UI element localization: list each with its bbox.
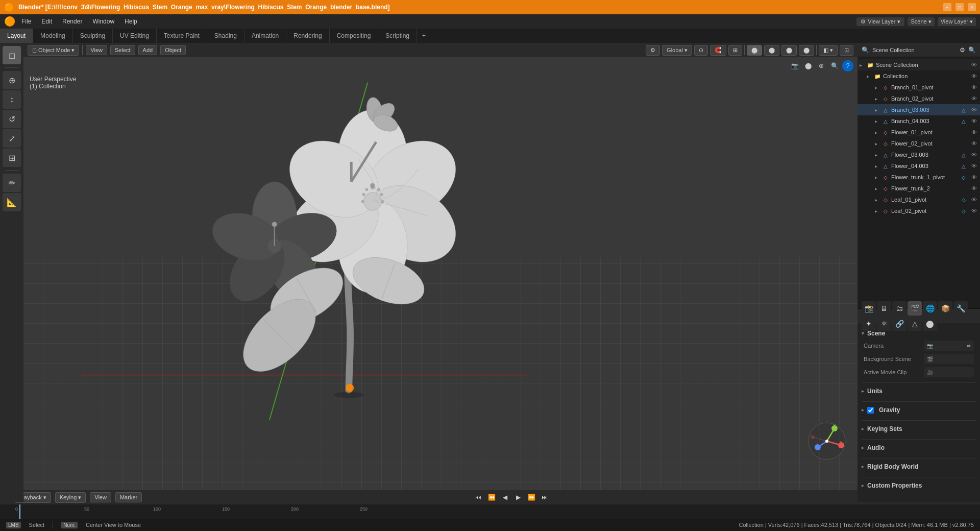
tool-scale[interactable]: ⤢: [3, 129, 21, 148]
shade-solid[interactable]: ⬤: [747, 45, 762, 56]
custom-props-header[interactable]: ▸ Custom Properties: [862, 479, 976, 492]
viewlayer-selector[interactable]: View Layer ▾: [938, 17, 976, 26]
play-button[interactable]: ▶: [513, 492, 523, 502]
collection-vis[interactable]: 👁: [970, 72, 978, 80]
tab-texture-paint[interactable]: Texture Paint: [157, 29, 207, 43]
flowertrunk1-vis[interactable]: 👁: [970, 173, 978, 181]
flower01-vis[interactable]: 👁: [970, 128, 978, 136]
play-reverse-button[interactable]: ◀: [500, 492, 510, 502]
outliner-leaf01[interactable]: ◇ Leaf_01_pivot ◇ 👁: [857, 194, 980, 205]
tab-animation[interactable]: Animation: [244, 29, 286, 43]
shade-matcap[interactable]: ⬤: [764, 45, 779, 56]
render-icon[interactable]: 📷: [789, 60, 800, 71]
select-menu[interactable]: Select: [110, 45, 135, 55]
proportional-edit[interactable]: ⊙: [694, 45, 708, 56]
scene-collection-vis[interactable]: 👁: [970, 61, 978, 69]
outliner-flower04[interactable]: △ Flower_04.003 △ 👁: [857, 160, 980, 172]
gravity-checkbox[interactable]: [867, 407, 874, 414]
units-section-header[interactable]: ▸ Units: [862, 385, 976, 397]
expand-branch03[interactable]: [875, 107, 880, 113]
outliner-scene-collection[interactable]: 📁 Scene Collection 👁: [857, 59, 980, 70]
movie-clip-value[interactable]: 🎥: [924, 367, 974, 377]
step-forward-button[interactable]: ⏩: [526, 492, 536, 502]
expand-flower01[interactable]: [875, 130, 880, 135]
tab-shading[interactable]: Shading: [207, 29, 244, 43]
rigid-body-header[interactable]: ▸ Rigid Body World: [862, 461, 976, 473]
blender-menu-logo[interactable]: 🟠: [4, 16, 15, 27]
outliner-leaf02[interactable]: ◇ Leaf_02_pivot ◇ 👁: [857, 205, 980, 216]
jump-end-button[interactable]: ⏭: [540, 492, 550, 502]
expand-branch02[interactable]: [875, 96, 880, 102]
outliner-branch02[interactable]: ◇ Branch_02_pivot 👁: [857, 93, 980, 104]
outliner-content[interactable]: 📁 Scene Collection 👁 📁 Collection 👁 ◇ Br…: [857, 57, 980, 308]
tool-measure[interactable]: 📐: [3, 193, 21, 211]
cursor-icon[interactable]: ⊕: [816, 60, 827, 71]
xray-toggle[interactable]: ⊡: [840, 45, 853, 56]
outliner-flower02[interactable]: ◇ Flower_02_pivot 👁: [857, 138, 980, 149]
keying-selector[interactable]: Keying ▾: [55, 492, 86, 503]
menu-render[interactable]: Render: [58, 16, 86, 27]
timeline-ruler[interactable]: 0 50 100 150 200 250: [0, 504, 980, 519]
props-tab-modifier[interactable]: 🔧: [953, 301, 968, 316]
outliner-flower01[interactable]: ◇ Flower_01_pivot 👁: [857, 127, 980, 138]
tab-add-button[interactable]: +: [417, 29, 431, 42]
expand-flower02[interactable]: [875, 141, 880, 147]
view-selector[interactable]: View: [90, 492, 111, 502]
audio-section-header[interactable]: ▸ Audio: [862, 442, 976, 454]
props-tab-object[interactable]: 📦: [938, 301, 952, 316]
close-button[interactable]: ×: [968, 3, 976, 11]
scene-selector[interactable]: Scene ▾: [908, 17, 934, 26]
tab-compositing[interactable]: Compositing: [330, 29, 379, 43]
gravity-section-header[interactable]: ▸ Gravity: [862, 404, 976, 416]
outliner-flower03[interactable]: △ Flower_03.003 △ 👁: [857, 149, 980, 160]
tool-cursor[interactable]: ⊕: [3, 71, 21, 89]
outliner-branch04[interactable]: △ Branch_04.003 △ 👁: [857, 115, 980, 127]
tab-rendering[interactable]: Rendering: [286, 29, 329, 43]
tab-sculpting[interactable]: Sculpting: [73, 29, 113, 43]
tab-layout[interactable]: Layout: [0, 29, 33, 43]
object-icon[interactable]: ⬤: [802, 60, 814, 71]
step-back-button[interactable]: ⏪: [486, 492, 497, 502]
tab-uv-editing[interactable]: UV Editing: [113, 29, 157, 43]
camera-value[interactable]: 📷 ✏: [924, 341, 974, 351]
jump-start-button[interactable]: ⏮: [473, 492, 483, 502]
props-tab-view-layer[interactable]: 🗂: [892, 301, 906, 316]
background-scene-value[interactable]: 🎬: [924, 354, 974, 364]
tool-move[interactable]: ↕: [3, 90, 21, 109]
leaf02-vis[interactable]: 👁: [970, 207, 978, 215]
expand-flowertrunk2[interactable]: [875, 186, 880, 191]
shade-rendered[interactable]: ⬤: [781, 45, 797, 56]
flower03-vis[interactable]: 👁: [970, 151, 978, 159]
expand-leaf02[interactable]: [875, 208, 880, 214]
expand-flower03[interactable]: [875, 152, 880, 158]
outliner-flowertrunk1[interactable]: ◇ Flower_trunk_1_pivot ◇ 👁: [857, 172, 980, 183]
menu-edit[interactable]: Edit: [37, 16, 56, 27]
props-tab-scene[interactable]: 🎬: [908, 301, 922, 316]
tab-scripting[interactable]: Scripting: [378, 29, 417, 43]
tool-annotate[interactable]: ✏: [3, 174, 21, 192]
expand-branch04[interactable]: [875, 118, 880, 124]
branch04-vis[interactable]: 👁: [970, 117, 978, 125]
maximize-button[interactable]: □: [955, 3, 964, 11]
menu-window[interactable]: Window: [88, 16, 118, 27]
marker-selector[interactable]: Marker: [115, 492, 142, 502]
branch02-vis[interactable]: 👁: [970, 94, 978, 103]
branch01-vis[interactable]: 👁: [970, 83, 978, 91]
outliner-branch01[interactable]: ◇ Branch_01_pivot 👁: [857, 82, 980, 93]
overlay-toggle[interactable]: ◧ ▾: [819, 45, 838, 56]
expand-leaf01[interactable]: [875, 197, 880, 203]
scene-3d[interactable]: User Perspective (1) Collection 📷 ⬤ ⊕ 🔍 …: [23, 57, 857, 502]
viewport[interactable]: ◻ Object Mode ▾ View Select Add Object ⚙…: [23, 43, 857, 502]
scene-section-header[interactable]: ▾ Scene: [862, 327, 976, 340]
global-local-toggle[interactable]: Global ▾: [662, 45, 692, 56]
search-icon[interactable]: 🔍: [829, 60, 840, 71]
object-mode-selector[interactable]: ◻ Object Mode ▾: [28, 45, 79, 56]
outliner-collection[interactable]: 📁 Collection 👁: [857, 70, 980, 82]
tool-transform[interactable]: ⊞: [3, 149, 21, 167]
props-tab-render[interactable]: 📸: [862, 301, 876, 316]
view-3d-options[interactable]: ⊞: [728, 45, 742, 56]
tab-modeling[interactable]: Modeling: [33, 29, 73, 43]
menu-help[interactable]: Help: [120, 16, 141, 27]
title-bar-controls[interactable]: − □ ×: [943, 3, 976, 11]
snap-toggle[interactable]: 🧲: [710, 45, 726, 56]
